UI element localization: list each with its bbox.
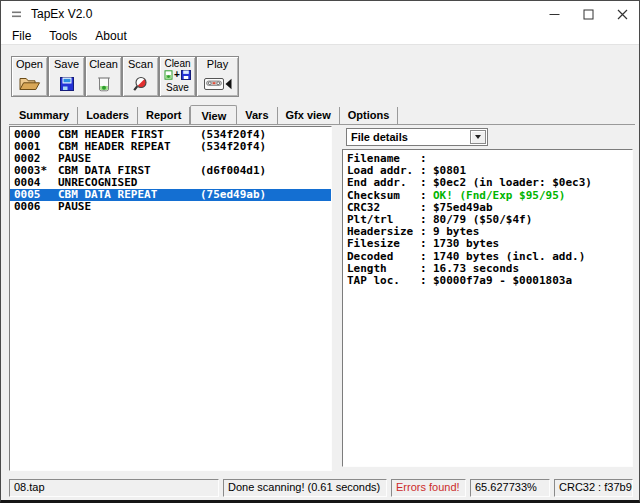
detail-line: TAP loc.:$0000f7a9 - $0001803a [347,275,632,287]
dropdown-button[interactable] [470,130,486,144]
open-button-label: Open [16,58,43,71]
clean-save-bottom-label: Save [166,82,189,93]
save-floppy-icon [59,71,75,96]
detail-label: Checksum [347,190,420,202]
detail-line: End addr.:$0ec2 (in loader: $0ec3) [347,177,632,189]
scan-magnifier-icon [132,71,149,96]
tab-vars[interactable]: Vars [237,107,277,124]
clean-save-button[interactable]: Clean + Save [159,56,196,97]
status-scan-result: Done scanning! (0.61 seconds) [223,479,387,497]
app-window: TapEx V2.0 File Tools About Open [0,0,640,503]
detail-line: Filesize:1730 bytes [347,238,632,250]
clean-button-label: Clean [89,58,118,71]
scan-button-label: Scan [128,58,153,71]
status-filename: 08.tap [9,479,219,497]
title-bar: TapEx V2.0 [1,1,639,27]
clean-button[interactable]: Clean [85,56,122,97]
tab-options[interactable]: Options [340,107,399,124]
tab-loaders[interactable]: Loaders [78,107,138,124]
entry-type: PAUSE [58,201,200,213]
tab-view[interactable]: View [190,105,237,125]
detail-line: Decoded:1740 bytes (incl. add.) [347,251,632,263]
detail-value: $0000f7a9 - $0001803a [433,275,632,287]
open-button[interactable]: Open [11,56,48,97]
save-button[interactable]: Save [48,56,85,97]
menu-bar: File Tools About [1,27,639,45]
minimize-button[interactable] [537,1,571,27]
mini-floppy-icon [181,70,191,80]
entry-checksum [200,201,331,213]
clean-save-top-label: Clean [164,58,190,69]
status-crc32: CRC32 : f37b9064 [554,479,633,497]
detail-value-checksum-ok: OK! (Fnd/Exp $95/95) [433,190,632,202]
detail-separator: : [420,238,433,250]
scan-button[interactable]: Scan [122,56,159,97]
chevron-down-icon [475,135,481,139]
play-button-label: Play [207,58,228,71]
menu-about[interactable]: About [86,28,135,44]
minimize-icon [549,9,560,20]
detail-line: Checksum:OK! (Fnd/Exp $95/95) [347,190,632,202]
tab-report[interactable]: Report [138,107,190,124]
details-view-select[interactable]: File details [346,128,488,146]
detail-value: 1740 bytes (incl. add.) [433,251,632,263]
tab-frame-line [9,124,635,125]
app-icon [11,9,25,20]
file-list: 0000 CBM HEADER FIRST (534f20f4) 0001 CB… [9,126,332,471]
detail-label: TAP loc. [347,275,420,287]
detail-label: Decoded [347,251,420,263]
entry-checksum: (75ed49ab) [200,189,331,201]
play-cassette-icon [204,71,232,96]
tab-gfx-view[interactable]: Gfx view [278,107,340,124]
close-button[interactable] [605,1,639,27]
detail-value: $0ec2 (in loader: $0ec3) [433,177,632,189]
list-item[interactable]: 0006 PAUSE [10,201,331,213]
play-button[interactable]: Play [196,56,239,97]
status-percentage: 65.627733% [470,479,550,497]
maximize-button[interactable] [571,1,605,27]
status-errors: Errors found! [391,479,466,497]
open-folder-icon [18,71,41,96]
save-button-label: Save [54,58,79,71]
file-details-panel: Filename: Load addr.:$0801 End addr.:$0e… [342,149,633,467]
toolbar: Open Save Clean [11,56,239,97]
detail-separator: : [420,275,433,287]
plus-sign: + [174,70,180,80]
entry-checksum: (534f20f4) [200,141,331,153]
tab-strip: Summary Loaders Report View Vars Gfx vie… [11,105,398,125]
menu-tools[interactable]: Tools [40,28,86,44]
detail-label: End addr. [347,177,420,189]
close-icon [617,9,628,20]
tab-summary[interactable]: Summary [11,107,78,124]
entry-index: 0006 [14,201,58,213]
detail-separator: : [420,177,433,189]
maximize-icon [583,9,594,20]
mini-beaker-icon [164,70,173,80]
menu-file[interactable]: File [3,28,40,44]
detail-value: 1730 bytes [433,238,632,250]
window-title: TapEx V2.0 [31,7,92,21]
detail-label: Filesize [347,238,420,250]
detail-separator: : [420,251,433,263]
clean-beaker-icon [97,71,111,96]
detail-separator: : [420,190,433,202]
entry-checksum: (d6f004d1) [200,165,331,177]
details-view-select-value: File details [347,129,487,143]
